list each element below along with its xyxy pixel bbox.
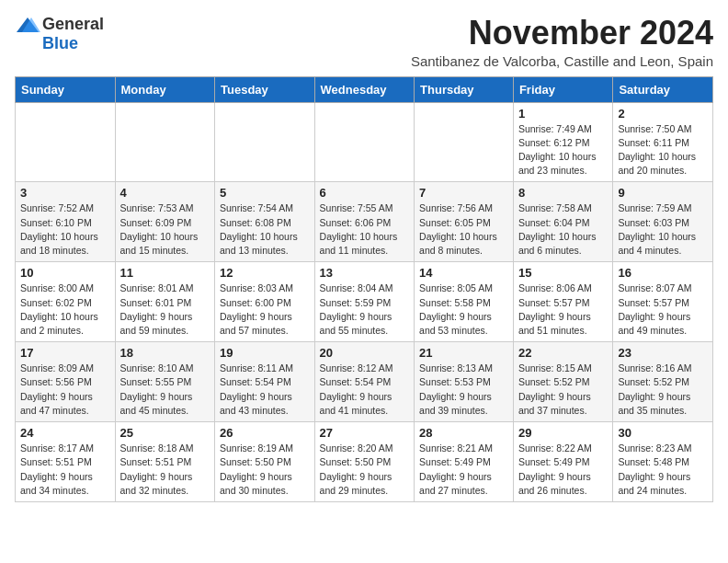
day-info: Sunrise: 8:11 AM Sunset: 5:54 PM Dayligh…: [220, 362, 293, 416]
day-cell: [115, 102, 215, 182]
day-number: 17: [20, 346, 110, 360]
day-cell: 24Sunrise: 8:17 AM Sunset: 5:51 PM Dayli…: [16, 422, 116, 502]
day-info: Sunrise: 7:59 AM Sunset: 6:03 PM Dayligh…: [618, 202, 696, 256]
header-friday: Friday: [513, 76, 613, 102]
day-number: 20: [320, 346, 410, 360]
title-block: November 2024 Santibanez de Valcorba, Ca…: [411, 15, 713, 69]
calendar-header-row: SundayMondayTuesdayWednesdayThursdayFrid…: [16, 76, 713, 102]
day-number: 5: [220, 186, 310, 200]
day-info: Sunrise: 8:06 AM Sunset: 5:57 PM Dayligh…: [518, 282, 592, 336]
day-cell: 30Sunrise: 8:23 AM Sunset: 5:48 PM Dayli…: [613, 422, 713, 502]
page-header: General Blue November 2024 Santibanez de…: [15, 15, 713, 69]
header-sunday: Sunday: [16, 76, 116, 102]
day-info: Sunrise: 8:23 AM Sunset: 5:48 PM Dayligh…: [618, 442, 691, 496]
header-saturday: Saturday: [613, 76, 713, 102]
day-number: 6: [320, 186, 410, 200]
day-cell: 12Sunrise: 8:03 AM Sunset: 6:00 PM Dayli…: [215, 262, 315, 342]
day-cell: 22Sunrise: 8:15 AM Sunset: 5:52 PM Dayli…: [513, 342, 613, 422]
week-row-3: 10Sunrise: 8:00 AM Sunset: 6:02 PM Dayli…: [16, 262, 713, 342]
week-row-4: 17Sunrise: 8:09 AM Sunset: 5:56 PM Dayli…: [16, 342, 713, 422]
month-title: November 2024: [411, 15, 713, 52]
day-cell: 5Sunrise: 7:54 AM Sunset: 6:08 PM Daylig…: [215, 182, 315, 262]
day-info: Sunrise: 8:21 AM Sunset: 5:49 PM Dayligh…: [419, 442, 493, 496]
day-cell: 2Sunrise: 7:50 AM Sunset: 6:11 PM Daylig…: [613, 102, 713, 182]
day-cell: 13Sunrise: 8:04 AM Sunset: 5:59 PM Dayli…: [314, 262, 415, 342]
day-info: Sunrise: 8:18 AM Sunset: 5:51 PM Dayligh…: [120, 442, 194, 496]
day-cell: 9Sunrise: 7:59 AM Sunset: 6:03 PM Daylig…: [613, 182, 713, 262]
day-number: 22: [518, 346, 609, 360]
day-cell: 10Sunrise: 8:00 AM Sunset: 6:02 PM Dayli…: [16, 262, 116, 342]
header-thursday: Thursday: [415, 76, 514, 102]
day-info: Sunrise: 8:19 AM Sunset: 5:50 PM Dayligh…: [220, 442, 293, 496]
day-cell: 1Sunrise: 7:49 AM Sunset: 6:12 PM Daylig…: [513, 102, 613, 182]
day-cell: [215, 102, 315, 182]
day-cell: 29Sunrise: 8:22 AM Sunset: 5:49 PM Dayli…: [513, 422, 613, 502]
day-number: 28: [419, 426, 508, 440]
day-info: Sunrise: 8:01 AM Sunset: 6:01 PM Dayligh…: [120, 282, 194, 336]
day-info: Sunrise: 7:54 AM Sunset: 6:08 PM Dayligh…: [220, 202, 298, 256]
day-info: Sunrise: 8:12 AM Sunset: 5:54 PM Dayligh…: [320, 362, 393, 416]
day-number: 12: [220, 266, 310, 280]
logo-general: General: [42, 15, 104, 34]
day-cell: 26Sunrise: 8:19 AM Sunset: 5:50 PM Dayli…: [215, 422, 315, 502]
day-number: 7: [419, 186, 508, 200]
day-cell: 16Sunrise: 8:07 AM Sunset: 5:57 PM Dayli…: [613, 262, 713, 342]
day-cell: 17Sunrise: 8:09 AM Sunset: 5:56 PM Dayli…: [16, 342, 116, 422]
logo: General Blue: [15, 15, 104, 53]
logo-icon: [15, 16, 40, 34]
day-cell: 21Sunrise: 8:13 AM Sunset: 5:53 PM Dayli…: [415, 342, 514, 422]
day-number: 10: [20, 266, 110, 280]
day-info: Sunrise: 8:04 AM Sunset: 5:59 PM Dayligh…: [320, 282, 393, 336]
day-number: 16: [618, 266, 708, 280]
day-number: 4: [120, 186, 210, 200]
day-info: Sunrise: 7:55 AM Sunset: 6:06 PM Dayligh…: [320, 202, 398, 256]
day-info: Sunrise: 7:53 AM Sunset: 6:09 PM Dayligh…: [120, 202, 199, 256]
day-cell: 28Sunrise: 8:21 AM Sunset: 5:49 PM Dayli…: [415, 422, 514, 502]
day-cell: 6Sunrise: 7:55 AM Sunset: 6:06 PM Daylig…: [314, 182, 415, 262]
day-info: Sunrise: 7:58 AM Sunset: 6:04 PM Dayligh…: [518, 202, 597, 256]
day-number: 23: [618, 346, 708, 360]
logo-blue: Blue: [42, 34, 78, 53]
calendar-table: SundayMondayTuesdayWednesdayThursdayFrid…: [15, 76, 713, 502]
day-cell: [16, 102, 116, 182]
day-info: Sunrise: 8:15 AM Sunset: 5:52 PM Dayligh…: [518, 362, 592, 416]
day-cell: 4Sunrise: 7:53 AM Sunset: 6:09 PM Daylig…: [115, 182, 215, 262]
header-wednesday: Wednesday: [314, 76, 415, 102]
day-info: Sunrise: 8:05 AM Sunset: 5:58 PM Dayligh…: [419, 282, 493, 336]
day-cell: 25Sunrise: 8:18 AM Sunset: 5:51 PM Dayli…: [115, 422, 215, 502]
day-cell: 11Sunrise: 8:01 AM Sunset: 6:01 PM Dayli…: [115, 262, 215, 342]
day-number: 30: [618, 426, 708, 440]
day-number: 2: [618, 107, 708, 121]
day-info: Sunrise: 8:09 AM Sunset: 5:56 PM Dayligh…: [20, 362, 94, 416]
day-cell: 14Sunrise: 8:05 AM Sunset: 5:58 PM Dayli…: [415, 262, 514, 342]
day-number: 11: [120, 266, 210, 280]
day-cell: 27Sunrise: 8:20 AM Sunset: 5:50 PM Dayli…: [314, 422, 415, 502]
day-number: 9: [618, 186, 708, 200]
day-info: Sunrise: 8:22 AM Sunset: 5:49 PM Dayligh…: [518, 442, 592, 496]
day-info: Sunrise: 7:52 AM Sunset: 6:10 PM Dayligh…: [20, 202, 98, 256]
week-row-1: 1Sunrise: 7:49 AM Sunset: 6:12 PM Daylig…: [16, 102, 713, 182]
location-subtitle: Santibanez de Valcorba, Castille and Leo…: [411, 53, 713, 69]
day-cell: 18Sunrise: 8:10 AM Sunset: 5:55 PM Dayli…: [115, 342, 215, 422]
day-cell: 8Sunrise: 7:58 AM Sunset: 6:04 PM Daylig…: [513, 182, 613, 262]
day-number: 25: [120, 426, 210, 440]
day-cell: 15Sunrise: 8:06 AM Sunset: 5:57 PM Dayli…: [513, 262, 613, 342]
day-info: Sunrise: 7:56 AM Sunset: 6:05 PM Dayligh…: [419, 202, 497, 256]
day-cell: 23Sunrise: 8:16 AM Sunset: 5:52 PM Dayli…: [613, 342, 713, 422]
day-info: Sunrise: 8:17 AM Sunset: 5:51 PM Dayligh…: [20, 442, 94, 496]
header-monday: Monday: [115, 76, 215, 102]
day-number: 19: [220, 346, 310, 360]
day-info: Sunrise: 7:49 AM Sunset: 6:12 PM Dayligh…: [518, 123, 597, 177]
day-info: Sunrise: 8:03 AM Sunset: 6:00 PM Dayligh…: [220, 282, 293, 336]
header-tuesday: Tuesday: [215, 76, 315, 102]
week-row-5: 24Sunrise: 8:17 AM Sunset: 5:51 PM Dayli…: [16, 422, 713, 502]
day-info: Sunrise: 8:10 AM Sunset: 5:55 PM Dayligh…: [120, 362, 194, 416]
day-cell: 3Sunrise: 7:52 AM Sunset: 6:10 PM Daylig…: [16, 182, 116, 262]
day-cell: 19Sunrise: 8:11 AM Sunset: 5:54 PM Dayli…: [215, 342, 315, 422]
day-number: 13: [320, 266, 410, 280]
day-number: 3: [20, 186, 110, 200]
day-info: Sunrise: 8:16 AM Sunset: 5:52 PM Dayligh…: [618, 362, 691, 416]
day-number: 26: [220, 426, 310, 440]
week-row-2: 3Sunrise: 7:52 AM Sunset: 6:10 PM Daylig…: [16, 182, 713, 262]
day-info: Sunrise: 7:50 AM Sunset: 6:11 PM Dayligh…: [618, 123, 696, 177]
